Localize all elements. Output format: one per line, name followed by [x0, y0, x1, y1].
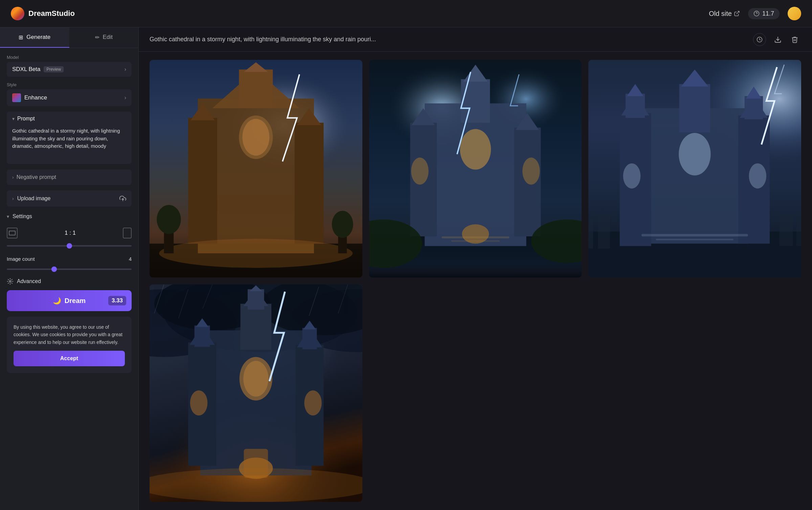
style-chevron-icon: › [125, 95, 126, 101]
aspect-slider-container [7, 242, 132, 249]
sidebar-content: Model SDXL Beta Preview › Style Enhance [0, 48, 138, 380]
credits-badge[interactable]: 11.7 [748, 8, 780, 19]
svg-point-92 [190, 390, 207, 415]
svg-point-23 [157, 205, 181, 234]
svg-point-40 [522, 158, 540, 185]
aspect-ratio-controls: 1 : 1 [7, 228, 132, 238]
svg-point-20 [242, 119, 269, 156]
model-label: Model [7, 55, 132, 60]
old-site-label: Old site [709, 10, 732, 18]
aspect-ratio-section: 1 : 1 [7, 226, 132, 251]
svg-rect-44 [442, 236, 509, 238]
style-left: Enhance [12, 93, 47, 102]
advanced-row[interactable]: Advanced [7, 278, 132, 285]
dream-cost: 3.33 [108, 296, 126, 305]
credits-icon [753, 10, 760, 17]
svg-point-93 [304, 390, 321, 415]
upload-chevron-icon: › [12, 196, 14, 201]
svg-point-39 [411, 158, 428, 185]
image-count-header: Image count 4 [7, 256, 132, 262]
logo-icon [11, 7, 24, 20]
credits-value: 11.7 [762, 10, 774, 17]
advanced-icon [7, 278, 14, 285]
svg-point-91 [243, 361, 268, 396]
main-layout: ⊞ Generate ✏ Edit Model SDXL Beta Previe… [0, 27, 812, 510]
style-icon [12, 93, 21, 102]
old-site-link[interactable]: Old site [709, 10, 740, 18]
style-name: Enhance [24, 94, 47, 101]
prompt-header-label: Prompt [17, 116, 35, 122]
svg-rect-88 [302, 328, 317, 349]
download-icon [774, 36, 782, 43]
dream-button[interactable]: 🌙 Dream 3.33 [7, 290, 132, 311]
negative-chevron-icon: › [12, 175, 14, 180]
aspect-landscape-icon [7, 228, 18, 238]
tab-edit-label: Edit [103, 34, 113, 41]
svg-rect-4 [9, 231, 15, 235]
svg-rect-80 [248, 289, 264, 309]
svg-rect-52 [626, 94, 645, 118]
image-cell-1[interactable] [150, 60, 362, 278]
image-cell-2[interactable] [369, 60, 582, 278]
upload-image-row[interactable]: › Upload image [7, 190, 132, 207]
svg-rect-68 [796, 219, 801, 246]
aspect-portrait-icon [123, 228, 132, 238]
delete-button[interactable] [788, 33, 801, 46]
prompt-section: ▾ Prompt [7, 112, 132, 164]
gallery-actions [771, 33, 801, 46]
prompt-input[interactable] [7, 126, 132, 163]
svg-point-61 [623, 163, 640, 188]
style-section: Style Enhance › [7, 82, 132, 106]
header-right: Old site 11.7 [709, 7, 801, 20]
external-link-icon [734, 10, 740, 17]
cathedral-image-1 [150, 60, 362, 278]
advanced-label: Advanced [17, 278, 41, 284]
model-name: SDXL Beta [12, 66, 40, 73]
cookie-text: By using this website, you agree to our … [14, 324, 122, 345]
svg-rect-56 [745, 96, 763, 119]
gallery-header: Gothic cathedral in a stormy night, with… [139, 27, 812, 52]
content-area: Gothic cathedral in a stormy night, with… [139, 27, 812, 510]
svg-rect-63 [641, 234, 748, 236]
image-cell-3[interactable] [588, 60, 801, 278]
negative-prompt-row[interactable]: › Negative prompt [7, 169, 132, 185]
upload-left: › Upload image [12, 195, 50, 202]
header: DreamStudio Old site 11.7 [0, 0, 812, 27]
svg-rect-78 [241, 304, 272, 350]
svg-point-25 [332, 211, 353, 238]
svg-line-0 [736, 11, 739, 14]
svg-rect-45 [451, 240, 499, 241]
svg-rect-65 [588, 219, 593, 249]
svg-point-21 [159, 239, 353, 268]
aspect-ratio-slider[interactable] [7, 245, 132, 247]
model-section: Model SDXL Beta Preview › [7, 55, 132, 77]
cookie-accept-button[interactable]: Accept [14, 351, 125, 366]
count-slider-container [7, 266, 132, 273]
user-avatar[interactable] [788, 7, 801, 20]
svg-rect-15 [188, 118, 217, 244]
download-button[interactable] [771, 33, 784, 46]
svg-point-60 [679, 133, 710, 176]
dream-moon-icon: 🌙 [53, 297, 61, 305]
svg-rect-17 [295, 123, 324, 244]
style-selector[interactable]: Enhance › [7, 89, 132, 106]
image-count-label: Image count [7, 256, 35, 262]
svg-rect-32 [461, 79, 490, 123]
svg-point-5 [9, 281, 11, 282]
prompt-header[interactable]: ▾ Prompt [7, 112, 132, 126]
image-count-slider[interactable] [7, 269, 132, 270]
gallery-nav-button[interactable] [753, 33, 766, 46]
clock-icon [757, 37, 763, 43]
model-selector[interactable]: SDXL Beta Preview › [7, 62, 132, 77]
dream-button-label: Dream [65, 297, 86, 305]
tab-edit[interactable]: ✏ Edit [69, 27, 139, 48]
logo-text: DreamStudio [28, 9, 75, 18]
settings-row[interactable]: ▾ Settings [7, 212, 132, 221]
svg-rect-67 [780, 215, 793, 246]
image-cell-4[interactable] [150, 284, 362, 502]
preview-badge: Preview [44, 66, 64, 72]
tab-generate-label: Generate [26, 34, 50, 41]
edit-icon: ✏ [95, 34, 99, 41]
tab-generate[interactable]: ⊞ Generate [0, 27, 69, 48]
negative-prompt-label: Negative prompt [17, 174, 56, 180]
